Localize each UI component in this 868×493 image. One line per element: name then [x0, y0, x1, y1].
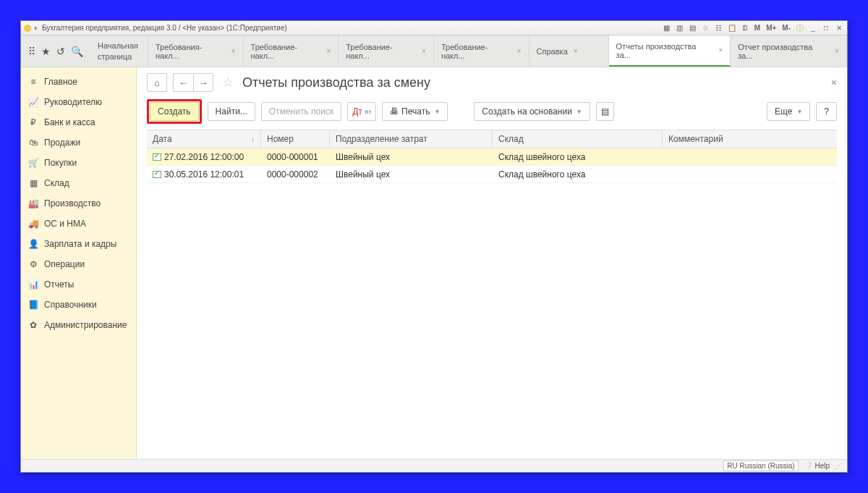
window-title: Бухгалтерия предприятия, редакция 3.0 / …: [42, 24, 287, 32]
bag-icon: 🛍: [28, 138, 38, 148]
tab-close-icon[interactable]: ×: [326, 47, 331, 55]
star-icon[interactable]: ★: [41, 46, 51, 57]
sidebar-item-reports[interactable]: 📊Отчеты: [21, 274, 136, 295]
tab-close-icon[interactable]: ×: [835, 47, 839, 55]
home-button[interactable]: ⌂: [147, 73, 167, 92]
sys-icon-4[interactable]: ☆: [701, 23, 711, 33]
sidebar-item-production[interactable]: 🏭Производство: [21, 193, 136, 214]
debit-credit-button[interactable]: ДтКт: [347, 102, 376, 121]
tab-3[interactable]: Требование-накл...×: [339, 35, 434, 67]
settings-icon: ✿: [28, 320, 38, 330]
tab-close-icon[interactable]: ×: [718, 46, 723, 54]
chevron-down-icon: ▼: [434, 109, 440, 115]
col-warehouse[interactable]: Склад: [493, 130, 663, 148]
ruble-icon: ₽: [28, 117, 38, 127]
find-button[interactable]: Найти...: [208, 102, 255, 121]
sys-icon-5[interactable]: ☷: [714, 23, 724, 33]
truck-icon: 🚚: [28, 219, 38, 229]
col-number[interactable]: Номер: [261, 130, 330, 148]
tab-start[interactable]: Начальная страница: [90, 35, 148, 67]
document-posted-icon: [153, 153, 161, 161]
sidebar-item-admin[interactable]: ✿Администрирование: [21, 315, 136, 335]
sidebar-item-catalogs[interactable]: 📘Справочники: [21, 295, 136, 315]
col-comment[interactable]: Комментарий: [663, 130, 837, 148]
history-m[interactable]: M: [753, 24, 762, 32]
sidebar-item-bank[interactable]: ₽Банк и касса: [21, 112, 136, 132]
close-icon[interactable]: ✕: [834, 23, 844, 33]
sys-icon-2[interactable]: ▥: [675, 23, 685, 33]
sidebar-item-os-nma[interactable]: 🚚ОС и НМА: [21, 214, 136, 234]
sidebar-item-operations[interactable]: ⚙Операции: [21, 254, 136, 274]
cancel-find-button[interactable]: Отменить поиск: [261, 102, 341, 121]
info-icon[interactable]: ⓘ: [795, 23, 805, 33]
print-button[interactable]: 🖶Печать▼: [382, 102, 448, 121]
sheet-button[interactable]: ▤: [596, 102, 614, 121]
tab-1[interactable]: Требования-накл...×: [148, 35, 244, 67]
sidebar-item-sales[interactable]: 🛍Продажи: [21, 132, 136, 153]
table-row[interactable]: 30.05.2016 12:00:01 0000-000002 Швейный …: [147, 166, 837, 183]
tab-5[interactable]: Справка×: [529, 35, 609, 67]
maximize-icon[interactable]: □: [821, 23, 831, 33]
grid-icon: ▦: [28, 178, 38, 188]
sidebar-item-salary[interactable]: 👤Зарплата и кадры: [21, 234, 136, 254]
tab-2[interactable]: Требование-накл...×: [244, 35, 339, 67]
system-icons: ▦ ▥ ▤ ☆ ☷ 📋 🗓 M M+ M- ⓘ _ □ ✕: [662, 23, 844, 33]
chevron-down-icon: ▼: [576, 109, 582, 115]
col-date[interactable]: Дата↓: [147, 130, 261, 148]
favorite-icon[interactable]: ☆: [219, 75, 237, 90]
sidebar-item-manager[interactable]: 📈Руководителю: [21, 92, 136, 112]
tab-7[interactable]: Отчет производства за...×: [731, 35, 847, 67]
tab-6[interactable]: Отчеты производства за...×: [609, 35, 731, 67]
sys-icon-3[interactable]: ▤: [688, 23, 698, 33]
history-m-minus[interactable]: M-: [780, 24, 792, 32]
minimize-icon[interactable]: _: [808, 23, 818, 33]
sort-indicator-icon: ↓: [252, 135, 255, 143]
table-row[interactable]: 27.02.2016 12:00:00 0000-000001 Швейный …: [147, 148, 837, 166]
tab-close-icon[interactable]: ×: [422, 47, 426, 55]
tab-4[interactable]: Требование-накл...×: [434, 35, 529, 67]
gear-icon: ⚙: [28, 259, 38, 269]
menu-icon: ≡: [28, 77, 38, 87]
factory-icon: 🏭: [28, 198, 38, 208]
apps-icon[interactable]: ⠿: [28, 46, 35, 57]
forward-button[interactable]: →: [193, 73, 213, 92]
printer-icon: 🖶: [390, 106, 399, 117]
content-area: ⌂ ← → ☆ Отчеты производства за смену × С…: [137, 67, 847, 459]
book-icon: 📘: [28, 300, 38, 310]
tab-close-icon[interactable]: ×: [231, 47, 236, 55]
titlebar-dropdown-icon[interactable]: ▾: [34, 25, 38, 32]
cart-icon: 🛒: [28, 158, 38, 168]
history-m-plus[interactable]: M+: [765, 24, 778, 32]
back-button[interactable]: ←: [173, 73, 193, 92]
grid-header: Дата↓ Номер Подразделение затрат Склад К…: [147, 130, 837, 148]
search-icon[interactable]: 🔍: [71, 46, 83, 57]
nav-group: ← →: [173, 73, 213, 92]
sys-icon-6[interactable]: 📋: [727, 23, 737, 33]
sys-icon-1[interactable]: ▦: [662, 23, 672, 33]
page-title: Отчеты производства за смену: [242, 75, 430, 90]
app-window: ▾ Бухгалтерия предприятия, редакция 3.0 …: [20, 20, 848, 473]
sidebar-item-warehouse[interactable]: ▦Склад: [21, 173, 136, 193]
app-icon: [24, 25, 31, 32]
page-close-icon[interactable]: ×: [831, 77, 837, 88]
sidebar-item-purchases[interactable]: 🛒Покупки: [21, 153, 136, 173]
help-link[interactable]: ❔ Help: [804, 462, 830, 470]
history-icon[interactable]: ↺: [56, 46, 65, 57]
tab-bar: ⠿ ★ ↺ 🔍 Начальная страница Требования-на…: [21, 35, 847, 67]
language-indicator[interactable]: RU Russian (Russia): [723, 460, 798, 471]
more-button[interactable]: Еще▼: [767, 102, 810, 121]
create-based-button[interactable]: Создать на основании▼: [474, 102, 590, 121]
chart-icon: 📈: [28, 97, 38, 107]
resize-grip-icon[interactable]: ⋰: [835, 462, 843, 470]
tab-close-icon[interactable]: ×: [574, 47, 578, 55]
document-posted-icon: [153, 171, 161, 178]
create-button[interactable]: Создать: [150, 102, 199, 121]
titlebar: ▾ Бухгалтерия предприятия, редакция 3.0 …: [21, 21, 847, 35]
tab-close-icon[interactable]: ×: [517, 47, 522, 55]
help-button[interactable]: ?: [816, 102, 837, 121]
sidebar-item-main[interactable]: ≡Главное: [21, 72, 136, 92]
col-department[interactable]: Подразделение затрат: [330, 130, 493, 148]
person-icon: 👤: [28, 239, 38, 249]
sys-icon-7[interactable]: 🗓: [740, 23, 750, 33]
grid-body: 27.02.2016 12:00:00 0000-000001 Швейный …: [147, 148, 837, 459]
